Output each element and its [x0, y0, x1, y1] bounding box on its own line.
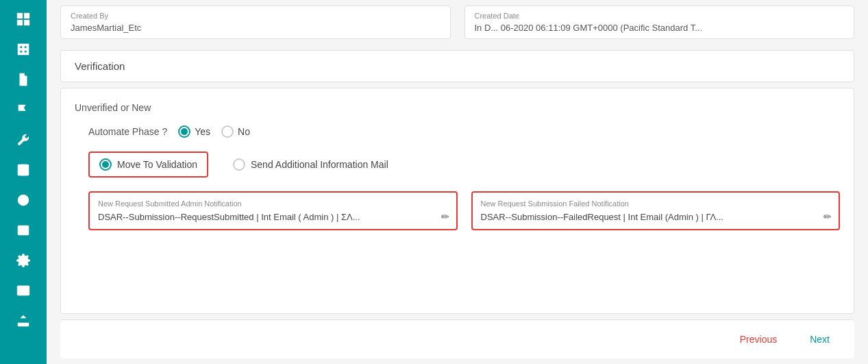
notification1-label: New Request Submitted Admin Notification: [98, 199, 448, 208]
automate-no-radio[interactable]: [221, 125, 234, 138]
created-by-field: Created By JamesMartial_Etc: [60, 5, 451, 39]
notification-row: New Request Submitted Admin Notification…: [88, 191, 840, 230]
created-date-label: Created Date: [475, 12, 845, 20]
svg-rect-8: [25, 51, 27, 53]
footer: Previous Next: [60, 319, 854, 359]
notification1-value: DSAR--Submission--RequestSubmitted | Int…: [98, 212, 448, 222]
previous-button[interactable]: Previous: [729, 328, 788, 350]
list-icon[interactable]: [8, 217, 38, 244]
yes-label: Yes: [195, 126, 210, 137]
automate-yes-radio[interactable]: [178, 125, 190, 138]
automate-phase-label: Automate Phase ?: [88, 126, 167, 137]
tools-icon[interactable]: [8, 126, 38, 154]
svg-rect-13: [20, 171, 26, 175]
svg-rect-1: [24, 13, 29, 19]
svg-rect-7: [20, 51, 22, 53]
automate-no-option[interactable]: No: [221, 125, 250, 138]
send-additional-label: Send Additional Information Mail: [251, 159, 388, 170]
unverified-title: Unverified or New: [75, 102, 840, 113]
verification-title: Verification: [75, 60, 125, 72]
send-additional-radio[interactable]: [233, 158, 245, 171]
created-by-label: Created By: [71, 12, 441, 20]
created-date-field: Created Date In D... 06-2020 06:11:09 GM…: [464, 5, 855, 39]
created-by-value: JamesMartial_Etc: [71, 23, 441, 33]
notification2-edit-icon[interactable]: ✏: [823, 211, 832, 222]
notification2-label: New Request Submission Failed Notificati…: [481, 199, 831, 208]
action-row: Move To Validation Send Additional Infor…: [88, 151, 840, 178]
mail-icon[interactable]: [8, 277, 38, 304]
svg-rect-2: [17, 20, 23, 25]
automate-yes-option[interactable]: Yes: [178, 125, 210, 138]
upload-icon[interactable]: [8, 307, 38, 335]
svg-rect-12: [20, 165, 26, 169]
notification2-value: DSAR--Submission--FailedRequest | Int Em…: [481, 212, 831, 222]
move-to-validation-radio[interactable]: [99, 158, 112, 171]
save-icon[interactable]: [8, 156, 38, 184]
dashboard-icon[interactable]: [8, 5, 38, 33]
created-date-value: In D... 06-2020 06:11:09 GMT+0000 (Pacif…: [475, 23, 845, 33]
flag-icon[interactable]: [8, 96, 38, 123]
svg-rect-3: [24, 20, 29, 25]
svg-rect-6: [25, 46, 27, 48]
automate-phase-row: Automate Phase ? Yes No: [88, 125, 840, 138]
move-to-validation-label: Move To Validation: [117, 159, 197, 170]
document-icon[interactable]: [8, 66, 38, 93]
main-content: Created By JamesMartial_Etc Created Date…: [47, 0, 868, 364]
building-icon[interactable]: [8, 36, 38, 63]
next-button[interactable]: Next: [799, 328, 841, 350]
send-additional-option[interactable]: Send Additional Information Mail: [222, 151, 399, 178]
notification-box-1: New Request Submitted Admin Notification…: [88, 191, 458, 230]
unverified-block: Unverified or New Automate Phase ? Yes N…: [60, 88, 854, 314]
notification1-edit-icon[interactable]: ✏: [441, 211, 449, 222]
verification-section-header: Verification: [60, 50, 854, 82]
sidebar: [0, 0, 47, 364]
svg-rect-0: [17, 13, 23, 19]
svg-rect-5: [20, 46, 22, 48]
no-label: No: [238, 126, 250, 137]
help-icon[interactable]: [8, 186, 38, 214]
notification-box-2: New Request Submission Failed Notificati…: [471, 191, 841, 230]
svg-rect-4: [18, 44, 29, 56]
settings-icon[interactable]: [8, 247, 38, 274]
move-to-validation-option[interactable]: Move To Validation: [88, 151, 208, 178]
top-fields: Created By JamesMartial_Etc Created Date…: [47, 0, 868, 45]
